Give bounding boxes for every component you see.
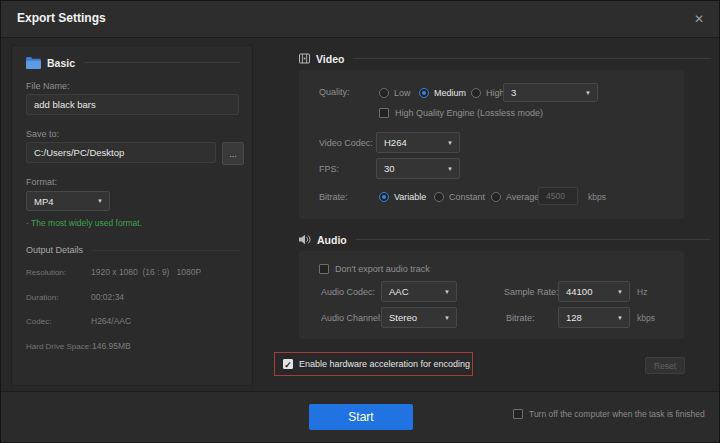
close-icon: ✕ (694, 12, 704, 26)
start-button[interactable]: Start (309, 404, 413, 430)
audio-bitrate-unit: kbps (637, 313, 655, 323)
reset-button[interactable]: Reset (645, 357, 685, 374)
browse-button[interactable]: ... (222, 142, 244, 165)
audio-bitrate-dropdown[interactable]: 128 ▼ (558, 307, 630, 328)
video-groupbox: Quality: Low Medium High 3 ▼ High Qualit… (299, 70, 684, 219)
audio-channel-label: Audio Channel: (321, 313, 383, 323)
shutdown-label: Turn off the computer when the task is f… (529, 409, 705, 419)
audio-channel-value: Stereo (389, 312, 417, 323)
close-button[interactable]: ✕ (689, 9, 709, 29)
start-button-label: Start (348, 410, 373, 424)
bitrate-radio-constant[interactable]: Constant (434, 191, 485, 203)
audio-channel-dropdown[interactable]: Stereo ▼ (381, 307, 457, 328)
bitrate-value-input[interactable] (538, 187, 578, 205)
chevron-down-icon: ▼ (447, 166, 453, 172)
bitrate-radio-average[interactable]: Average (491, 191, 539, 203)
hq-engine-label: High Quality Engine (Lossless mode) (395, 108, 543, 118)
fps-label: FPS: (319, 164, 339, 174)
chevron-down-icon: ▼ (444, 289, 450, 295)
shutdown-checkbox-row[interactable]: Turn off the computer when the task is f… (513, 409, 705, 419)
folder-icon (26, 57, 41, 69)
format-dropdown[interactable]: MP4 ▼ (26, 191, 110, 211)
no-audio-checkbox-row[interactable]: Don't export audio track (319, 263, 430, 275)
reset-button-label: Reset (654, 361, 676, 371)
checkbox-icon (379, 108, 389, 118)
video-codec-label: Video Codec: (319, 138, 373, 148)
chevron-down-icon: ▼ (447, 140, 453, 146)
hard-drive-space-value: 146.95MB (92, 341, 131, 351)
radio-icon (379, 88, 389, 98)
quality-radio-medium[interactable]: Medium (419, 87, 466, 99)
chevron-down-icon: ▼ (617, 315, 623, 321)
quality-radio-high[interactable]: High (471, 87, 505, 99)
format-hint: · The most widely used format. (26, 218, 142, 228)
bitrate-constant-label: Constant (449, 192, 485, 202)
bitrate-radio-variable[interactable]: Variable (379, 191, 426, 203)
resolution-label: Resolution: (26, 268, 66, 277)
video-section-label: Video (316, 53, 344, 65)
footer: Start Turn off the computer when the tas… (1, 392, 719, 442)
duration-label: Duration: (26, 293, 58, 302)
checkbox-icon (513, 409, 523, 419)
resolution-value: 1920 x 1080 (16 : 9) 1080P (91, 267, 201, 277)
quality-level-dropdown[interactable]: 3 ▼ (503, 83, 598, 102)
audio-codec-dropdown[interactable]: AAC ▼ (381, 281, 457, 302)
video-bitrate-label: Bitrate: (319, 192, 348, 202)
file-name-input[interactable] (26, 94, 239, 115)
chevron-down-icon: ▼ (444, 315, 450, 321)
radio-selected-icon (419, 88, 429, 98)
quality-level-value: 3 (511, 87, 516, 98)
audio-section-label: Audio (317, 234, 347, 246)
audio-section-header: Audio (299, 232, 711, 247)
ellipsis-icon: ... (229, 149, 237, 159)
titlebar: Export Settings ✕ (1, 1, 719, 38)
hardware-acceleration-checkbox[interactable]: ✓ (283, 359, 293, 369)
annotation-highlight-box: ✓ Enable hardware acceleration for encod… (274, 352, 473, 376)
fps-value: 30 (384, 163, 395, 174)
video-codec-dropdown[interactable]: H264 ▼ (376, 132, 460, 153)
chevron-down-icon: ▼ (617, 289, 623, 295)
basic-panel: Basic File Name: Save to: ... Format: MP… (11, 45, 253, 386)
hq-engine-checkbox-row[interactable]: High Quality Engine (Lossless mode) (379, 107, 543, 119)
output-details-label: Output Details (26, 245, 83, 255)
audio-codec-label: Audio Codec: (321, 287, 375, 297)
format-value: MP4 (34, 196, 54, 207)
divider (356, 239, 711, 240)
quality-medium-label: Medium (434, 88, 466, 98)
quality-radio-low[interactable]: Low (379, 87, 411, 99)
save-to-input[interactable] (26, 142, 216, 163)
bitrate-variable-label: Variable (394, 192, 426, 202)
divider (84, 62, 240, 63)
video-section-header: Video (299, 51, 711, 66)
bitrate-unit: kbps (588, 192, 606, 202)
fps-dropdown[interactable]: 30 ▼ (376, 158, 460, 179)
radio-icon (434, 192, 444, 202)
hardware-acceleration-label: Enable hardware acceleration for encodin… (299, 359, 470, 369)
audio-bitrate-label: Bitrate: (506, 313, 535, 323)
dialog-title: Export Settings (17, 11, 106, 25)
no-audio-label: Don't export audio track (335, 264, 430, 274)
radio-icon (491, 192, 501, 202)
output-details-header: Output Details (26, 245, 240, 255)
audio-codec-value: AAC (389, 286, 409, 297)
video-icon (299, 53, 310, 64)
chevron-down-icon: ▼ (97, 198, 103, 204)
save-to-label: Save to: (26, 129, 59, 139)
audio-groupbox: Don't export audio track Audio Codec: AA… (299, 251, 684, 339)
divider (91, 250, 240, 251)
sample-rate-dropdown[interactable]: 44100 ▼ (558, 281, 630, 302)
format-label: Format: (26, 177, 57, 187)
divider (353, 58, 711, 59)
hard-drive-space-label: Hard Drive Space: (26, 342, 91, 351)
quality-label: Quality: (319, 87, 350, 97)
export-settings-dialog: Export Settings ✕ Basic File Name: Save … (0, 0, 720, 443)
codec-value: H264/AAC (91, 316, 131, 326)
speaker-icon (299, 234, 311, 245)
radio-icon (471, 88, 481, 98)
audio-bitrate-value: 128 (566, 312, 582, 323)
video-codec-value: H264 (384, 137, 407, 148)
quality-high-label: High (486, 88, 505, 98)
checkbox-icon (319, 264, 329, 274)
radio-selected-icon (379, 192, 389, 202)
basic-section-label: Basic (47, 57, 75, 69)
